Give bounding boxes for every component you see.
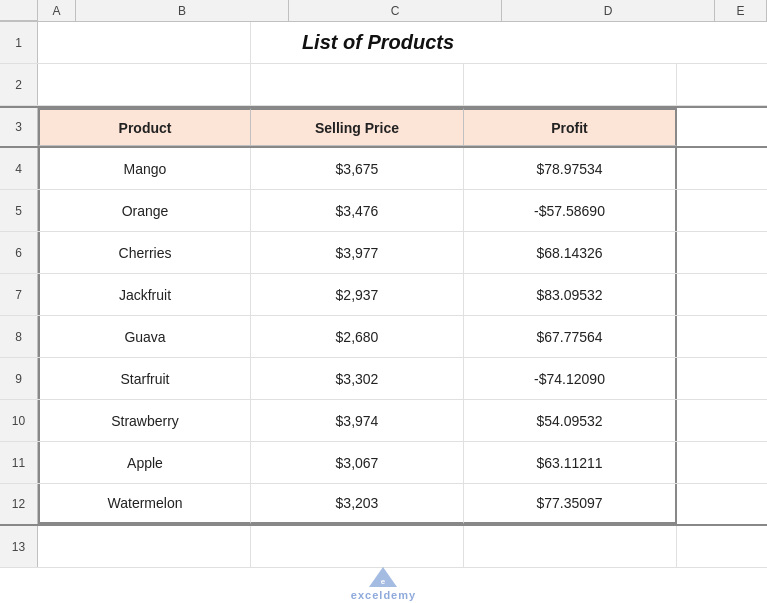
- cell-c2: [251, 64, 464, 105]
- header-product: Product: [38, 108, 251, 146]
- row-num-4: 4: [0, 148, 38, 189]
- cell-e8: [677, 316, 767, 357]
- row-5: 5 Orange $3,476 -$57.58690: [0, 190, 767, 232]
- cell-e12: [677, 484, 767, 524]
- row-num-9: 9: [0, 358, 38, 399]
- col-header-e: E: [715, 0, 767, 21]
- watermark: e exceldemy EXCEL · DATA · BI: [329, 565, 438, 603]
- row-13: 13: [0, 526, 767, 568]
- price-strawberry: $3,974: [251, 400, 464, 441]
- product-cherries: Cherries: [38, 232, 251, 273]
- profit-guava: $67.77564: [464, 316, 677, 357]
- col-header-c: C: [289, 0, 502, 21]
- product-orange: Orange: [38, 190, 251, 231]
- header-profit: Profit: [464, 108, 677, 146]
- cell-d2: [464, 64, 677, 105]
- cell-e1: [505, 22, 767, 63]
- cell-e11: [677, 442, 767, 483]
- svg-text:e: e: [381, 577, 386, 586]
- product-starfruit: Starfruit: [38, 358, 251, 399]
- row-num-3: 3: [0, 108, 38, 146]
- cell-b1: [38, 22, 251, 63]
- row-num-12: 12: [0, 484, 38, 524]
- row-1: 1 List of Products: [0, 22, 767, 64]
- cell-e7: [677, 274, 767, 315]
- spreadsheet-title: List of Products: [251, 22, 505, 63]
- cell-e6: [677, 232, 767, 273]
- spreadsheet: A B C D E 1 List of Products 2 3 Product…: [0, 0, 767, 603]
- product-apple: Apple: [38, 442, 251, 483]
- cell-e9: [677, 358, 767, 399]
- row-num-1: 1: [0, 22, 38, 63]
- row-10: 10 Strawberry $3,974 $54.09532: [0, 400, 767, 442]
- cell-b13: [38, 526, 251, 567]
- cell-e13: [677, 526, 767, 567]
- price-apple: $3,067: [251, 442, 464, 483]
- row-8: 8 Guava $2,680 $67.77564: [0, 316, 767, 358]
- col-header-b: B: [76, 0, 289, 21]
- product-strawberry: Strawberry: [38, 400, 251, 441]
- price-orange: $3,476: [251, 190, 464, 231]
- price-guava: $2,680: [251, 316, 464, 357]
- row-7: 7 Jackfruit $2,937 $83.09532: [0, 274, 767, 316]
- profit-apple: $63.11211: [464, 442, 677, 483]
- price-cherries: $3,977: [251, 232, 464, 273]
- price-starfruit: $3,302: [251, 358, 464, 399]
- profit-orange: -$57.58690: [464, 190, 677, 231]
- product-jackfruit: Jackfruit: [38, 274, 251, 315]
- col-header-d: D: [502, 0, 715, 21]
- cell-e4: [677, 148, 767, 189]
- profit-watermelon: $77.35097: [464, 484, 677, 524]
- profit-mango: $78.97534: [464, 148, 677, 189]
- row-4: 4 Mango $3,675 $78.97534: [0, 148, 767, 190]
- cell-c13: [251, 526, 464, 567]
- row-num-10: 10: [0, 400, 38, 441]
- cell-e2: [677, 64, 767, 105]
- corner-cell: [0, 0, 38, 21]
- profit-jackfruit: $83.09532: [464, 274, 677, 315]
- watermark-brand: exceldemy: [351, 589, 416, 601]
- profit-cherries: $68.14326: [464, 232, 677, 273]
- row-11: 11 Apple $3,067 $63.11211: [0, 442, 767, 484]
- column-header-row: A B C D E: [0, 0, 767, 22]
- cell-e3: [677, 108, 767, 146]
- row-num-8: 8: [0, 316, 38, 357]
- row-num-11: 11: [0, 442, 38, 483]
- row-2: 2: [0, 64, 767, 106]
- row-num-7: 7: [0, 274, 38, 315]
- row-num-6: 6: [0, 232, 38, 273]
- row-6: 6 Cherries $3,977 $68.14326: [0, 232, 767, 274]
- profit-strawberry: $54.09532: [464, 400, 677, 441]
- product-watermelon: Watermelon: [38, 484, 251, 524]
- watermark-logo-icon: e: [367, 565, 399, 589]
- profit-starfruit: -$74.12090: [464, 358, 677, 399]
- cell-e5: [677, 190, 767, 231]
- price-jackfruit: $2,937: [251, 274, 464, 315]
- watermark-area: e exceldemy EXCEL · DATA · BI: [0, 568, 767, 603]
- cell-d13: [464, 526, 677, 567]
- price-mango: $3,675: [251, 148, 464, 189]
- row-12: 12 Watermelon $3,203 $77.35097: [0, 484, 767, 526]
- col-header-a: A: [38, 0, 76, 21]
- row-3-header: 3 Product Selling Price Profit: [0, 106, 767, 148]
- row-num-13: 13: [0, 526, 38, 567]
- row-9: 9 Starfruit $3,302 -$74.12090: [0, 358, 767, 400]
- row-num-2: 2: [0, 64, 38, 105]
- price-watermelon: $3,203: [251, 484, 464, 524]
- row-num-5: 5: [0, 190, 38, 231]
- product-mango: Mango: [38, 148, 251, 189]
- cell-b2: [38, 64, 251, 105]
- product-guava: Guava: [38, 316, 251, 357]
- cell-e10: [677, 400, 767, 441]
- header-selling-price: Selling Price: [251, 108, 464, 146]
